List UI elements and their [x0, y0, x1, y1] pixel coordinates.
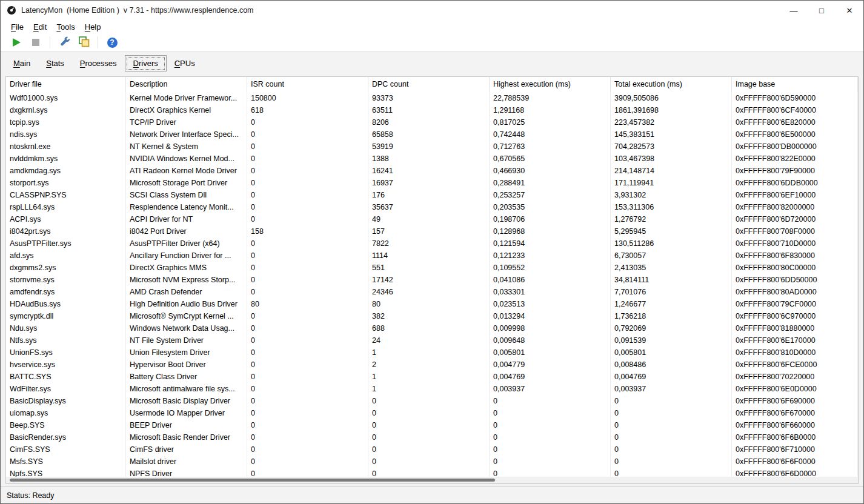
column-header[interactable]: ISR count	[247, 77, 368, 92]
table-cell: 0xFFFFF800'6CF40000	[732, 104, 858, 116]
table-row[interactable]: Msfs.SYSMailslot driver00000xFFFFF800'6F…	[6, 456, 858, 468]
table-row[interactable]: dxgmms2.sysDirectX Graphics MMS05510,109…	[6, 262, 858, 274]
table-cell: 0xFFFFF800'80C00000	[732, 262, 858, 274]
table-row[interactable]: BATTC.SYSBattery Class Driver010,0047690…	[6, 371, 858, 383]
help-button[interactable]: ?	[104, 35, 121, 50]
tab-processes[interactable]: Processes	[72, 56, 125, 71]
table-cell: NT File System Driver	[126, 334, 247, 346]
table-cell: 1	[368, 346, 490, 359]
table-cell: ACPI.sys	[6, 213, 126, 225]
tab-stats[interactable]: Stats	[38, 56, 72, 71]
table-row[interactable]: Npfs.SYSNPFS Driver00000xFFFFF800'6F6D00…	[6, 468, 858, 477]
table-cell: 7,701076	[611, 286, 732, 298]
table-cell: stornvme.sys	[6, 274, 126, 286]
table-row[interactable]: amdkmdag.sysATI Radeon Kernel Mode Drive…	[6, 165, 858, 177]
table-cell: 0	[368, 407, 490, 419]
stop-button[interactable]	[27, 35, 44, 50]
table-cell: 24	[368, 334, 490, 346]
table-row[interactable]: BasicRender.sysMicrosoft Basic Render Dr…	[6, 431, 858, 443]
table-cell: i8042prt.sys	[6, 225, 126, 237]
tab-main[interactable]: Main	[5, 56, 38, 71]
table-row[interactable]: dxgkrnl.sysDirectX Graphics Kernel618635…	[6, 104, 858, 116]
table-row[interactable]: ACPI.sysACPI Driver for NT0490,1987061,2…	[6, 213, 858, 225]
table-row[interactable]: ntoskrnl.exeNT Kernel & System0539190,71…	[6, 141, 858, 153]
table-cell: 0	[247, 116, 368, 128]
scrollbar-thumb[interactable]	[10, 479, 495, 482]
minimize-button[interactable]: —	[780, 1, 808, 20]
table-cell: afd.sys	[6, 250, 126, 262]
table-row[interactable]: hvservice.sysHypervisor Boot Driver020,0…	[6, 359, 858, 371]
table-cell: 0xFFFFF800'79CF0000	[732, 298, 858, 310]
table-row[interactable]: rspLLL64.sysResplendence Latency Monit..…	[6, 201, 858, 213]
table-cell: 0,712763	[490, 141, 611, 153]
window-controls: — □ ✕	[780, 1, 863, 20]
column-header[interactable]: Highest execution (ms)	[490, 77, 611, 92]
table-cell: 0	[247, 346, 368, 359]
menu-help[interactable]: Help	[80, 21, 106, 33]
menu-file[interactable]: File	[6, 21, 28, 33]
tab-drivers[interactable]: Drivers	[125, 55, 167, 71]
table-cell: 0	[490, 456, 611, 468]
table-cell: ATI Radeon Kernel Mode Driver	[126, 165, 247, 177]
table-row[interactable]: symcryptk.dllMicrosoft® SymCrypt Kernel …	[6, 310, 858, 322]
menu-tools[interactable]: Tools	[52, 21, 79, 33]
table-row[interactable]: WdFilter.sysMicrosoft antimalware file s…	[6, 383, 858, 395]
table-row[interactable]: Wdf01000.sysKernel Mode Driver Framewor.…	[6, 92, 858, 104]
table-cell: dxgmms2.sys	[6, 262, 126, 274]
table-row[interactable]: uiomap.sysUsermode IO Mapper Driver00000…	[6, 407, 858, 419]
table-cell: 0,121233	[490, 250, 611, 262]
horizontal-scrollbar[interactable]	[6, 477, 858, 483]
table-cell: 223,457382	[611, 116, 732, 128]
table-cell: 0xFFFFF800'6F710000	[732, 443, 858, 456]
table-row[interactable]: ndis.sysNetwork Driver Interface Speci..…	[6, 128, 858, 141]
table-row[interactable]: HDAudBus.sysHigh Definition Audio Bus Dr…	[6, 298, 858, 310]
table-row[interactable]: Ntfs.sysNT File System Driver0240,009648…	[6, 334, 858, 346]
table-row[interactable]: BasicDisplay.sysMicrosoft Basic Display …	[6, 395, 858, 407]
table-row[interactable]: storport.sysMicrosoft Storage Port Drive…	[6, 177, 858, 189]
table-cell: 0	[368, 419, 490, 431]
table-cell: 0	[247, 431, 368, 443]
maximize-button[interactable]: □	[808, 1, 836, 20]
table-cell: 0xFFFFF800'DB000000	[732, 141, 858, 153]
table-row[interactable]: amdfendr.sysAMD Crash Defender0243460,03…	[6, 286, 858, 298]
copy-report-button[interactable]	[75, 35, 92, 50]
titlebar: LatencyMon (Home Edition ) v 7.31 - http…	[1, 1, 863, 20]
column-header[interactable]: Image base	[732, 77, 858, 92]
table-row[interactable]: afd.sysAncillary Function Driver for ...…	[6, 250, 858, 262]
table-row[interactable]: CimFS.SYSCimFS driver00000xFFFFF800'6F71…	[6, 443, 858, 456]
table-cell: Wdf01000.sys	[6, 92, 126, 104]
table-cell: 153,311306	[611, 201, 732, 213]
table-cell: 0,008486	[611, 359, 732, 371]
tab-cpus[interactable]: CPUs	[167, 56, 203, 71]
menu-edit[interactable]: Edit	[28, 21, 52, 33]
table-cell: 704,282573	[611, 141, 732, 153]
table-row[interactable]: stornvme.sysMicrosoft NVM Express Storp.…	[6, 274, 858, 286]
table-row[interactable]: tcpip.sysTCP/IP Driver082060,817025223,4…	[6, 116, 858, 128]
start-button[interactable]	[8, 35, 25, 50]
table-cell: 0	[490, 443, 611, 456]
table-row[interactable]: i8042prt.sysi8042 Port Driver1581570,128…	[6, 225, 858, 237]
table-row[interactable]: Beep.SYSBEEP Driver00000xFFFFF800'6F6600…	[6, 419, 858, 431]
table-cell: NT Kernel & System	[126, 141, 247, 153]
table-row[interactable]: nvlddmkm.sysNVIDIA Windows Kernel Mod...…	[6, 153, 858, 165]
close-button[interactable]: ✕	[836, 1, 863, 20]
table-row[interactable]: UnionFS.sysUnion Filesystem Driver010,00…	[6, 346, 858, 359]
table-row[interactable]: AsusPTPFilter.sysAsusPTPFilter Driver (x…	[6, 237, 858, 250]
column-header[interactable]: Description	[126, 77, 247, 92]
table-cell: 0xFFFFF800'70220000	[732, 371, 858, 383]
table-cell: NPFS Driver	[126, 468, 247, 477]
column-header[interactable]: DPC count	[368, 77, 490, 92]
column-header[interactable]: Driver file	[6, 77, 126, 92]
table-cell: Microsoft NVM Express Storp...	[126, 274, 247, 286]
table-cell: Hypervisor Boot Driver	[126, 359, 247, 371]
table-cell: 0,670565	[490, 153, 611, 165]
table-cell: 0xFFFFF800'6D590000	[732, 92, 858, 104]
column-header[interactable]: Total execution (ms)	[611, 77, 732, 92]
table-row[interactable]: CLASSPNP.SYSSCSI Class System Dll01760,2…	[6, 189, 858, 201]
table-cell: 103,467398	[611, 153, 732, 165]
table-row[interactable]: Ndu.sysWindows Network Data Usag...06880…	[6, 322, 858, 334]
toolbar-separator	[98, 36, 98, 48]
table-cell: 0,033301	[490, 286, 611, 298]
table-cell: 5,295945	[611, 225, 732, 237]
tools-button[interactable]	[56, 35, 73, 50]
